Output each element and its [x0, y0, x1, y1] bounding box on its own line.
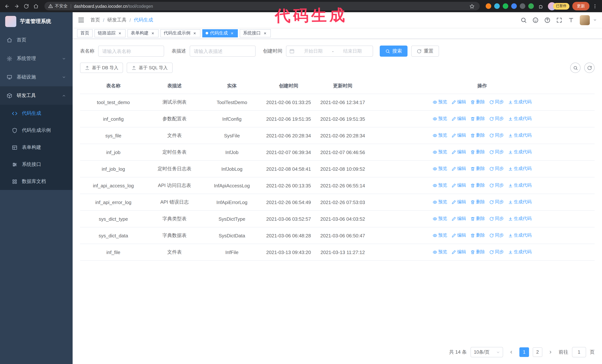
close-icon[interactable]: × — [230, 31, 235, 36]
create-time-range-picker[interactable]: 开始日期 - 结束日期 — [286, 46, 373, 57]
action-delete-link[interactable]: 删除 — [471, 199, 485, 205]
action-delete-link[interactable]: 删除 — [471, 99, 485, 105]
forward-icon[interactable] — [13, 2, 21, 10]
font-size-icon[interactable] — [568, 17, 574, 23]
tab-form-builder[interactable]: 表单构建× — [128, 29, 159, 37]
action-delete-link[interactable]: 删除 — [471, 216, 485, 222]
action-sync-link[interactable]: 同步 — [489, 166, 504, 172]
tab-home[interactable]: 首页 — [77, 29, 93, 37]
action-sync-link[interactable]: 同步 — [489, 182, 504, 189]
action-edit-link[interactable]: 编辑 — [452, 232, 466, 239]
action-preview-link[interactable]: 预览 — [433, 99, 447, 105]
action-delete-link[interactable]: 删除 — [471, 232, 485, 239]
chrome-update-button[interactable]: 更新 — [572, 2, 589, 10]
sidebar-item-db-doc[interactable]: 数据库文档 — [0, 173, 73, 190]
action-edit-link[interactable]: 编辑 — [452, 166, 466, 172]
action-preview-link[interactable]: 预览 — [433, 182, 447, 189]
user-avatar[interactable] — [580, 15, 590, 25]
page-1-button[interactable]: 1 — [519, 347, 529, 357]
tab-codegen[interactable]: 代码生成× — [202, 29, 238, 37]
action-edit-link[interactable]: 编辑 — [452, 116, 466, 122]
action-sync-link[interactable]: 同步 — [489, 232, 504, 239]
action-preview-link[interactable]: 预览 — [433, 249, 447, 255]
action-generate-link[interactable]: 生成代码 — [508, 216, 532, 222]
action-preview-link[interactable]: 预览 — [433, 132, 447, 139]
reset-button[interactable]: 重置 — [411, 46, 439, 57]
action-delete-link[interactable]: 删除 — [471, 116, 485, 122]
back-icon[interactable] — [3, 2, 11, 10]
breadcrumb-item[interactable]: 首页 — [90, 17, 100, 23]
action-edit-link[interactable]: 编辑 — [452, 182, 466, 189]
page-size-select[interactable]: 10条/页 — [471, 347, 503, 357]
action-generate-link[interactable]: 生成代码 — [508, 199, 532, 205]
action-sync-link[interactable]: 同步 — [489, 132, 504, 139]
sidebar-item-codegen-demo[interactable]: 代码生成示例 — [0, 122, 73, 139]
extension-icon[interactable] — [520, 3, 525, 9]
action-preview-link[interactable]: 预览 — [433, 149, 447, 155]
action-preview-link[interactable]: 预览 — [433, 166, 447, 172]
action-preview-link[interactable]: 预览 — [433, 216, 447, 222]
action-sync-link[interactable]: 同步 — [489, 116, 504, 122]
table-desc-input[interactable] — [190, 46, 256, 57]
help-icon[interactable] — [544, 17, 550, 23]
bookmark-icon[interactable] — [468, 2, 476, 10]
extension-icon[interactable] — [528, 3, 534, 9]
sidebar-item-form-builder[interactable]: 表单构建 — [0, 139, 73, 156]
collapse-sidebar-icon[interactable] — [78, 17, 85, 23]
action-edit-link[interactable]: 编辑 — [452, 132, 466, 139]
extension-icon[interactable] — [494, 3, 500, 9]
tab-tracing[interactable]: 链路追踪× — [95, 29, 126, 37]
action-generate-link[interactable]: 生成代码 — [508, 99, 532, 105]
sidebar-item-home[interactable]: 首页 — [0, 31, 73, 49]
import-sql-button[interactable]: 基于 SQL 导入 — [127, 62, 172, 73]
reload-icon[interactable] — [22, 2, 30, 10]
action-edit-link[interactable]: 编辑 — [452, 99, 466, 105]
action-generate-link[interactable]: 生成代码 — [508, 182, 532, 189]
close-icon[interactable]: × — [263, 31, 268, 36]
browser-menu-icon[interactable] — [591, 2, 599, 10]
action-edit-link[interactable]: 编辑 — [452, 149, 466, 155]
profile-button[interactable]: 已暂停 — [548, 2, 570, 10]
address-bar[interactable]: 不安全 dashboard.yudao.iocoder.cn/tool/code… — [44, 2, 480, 10]
action-delete-link[interactable]: 删除 — [471, 132, 485, 139]
sidebar-item-infrastructure[interactable]: 基础设施 — [0, 68, 73, 86]
table-name-input[interactable] — [98, 46, 164, 57]
fullscreen-icon[interactable] — [556, 17, 562, 23]
import-db-button[interactable]: 基于 DB 导入 — [80, 62, 123, 73]
action-preview-link[interactable]: 预览 — [433, 116, 447, 122]
action-sync-link[interactable]: 同步 — [489, 149, 504, 155]
page-2-button[interactable]: 2 — [533, 347, 542, 357]
action-generate-link[interactable]: 生成代码 — [508, 232, 532, 239]
extensions-puzzle-icon[interactable] — [537, 2, 545, 10]
action-delete-link[interactable]: 删除 — [471, 182, 485, 189]
action-sync-link[interactable]: 同步 — [489, 249, 504, 255]
close-icon[interactable]: × — [118, 31, 122, 36]
sidebar-item-system-mgmt[interactable]: 系统管理 — [0, 49, 73, 68]
action-delete-link[interactable]: 删除 — [471, 149, 485, 155]
action-edit-link[interactable]: 编辑 — [452, 199, 466, 205]
sidebar-item-codegen[interactable]: 代码生成 — [0, 105, 73, 122]
tab-system-api[interactable]: 系统接口× — [240, 29, 271, 37]
action-generate-link[interactable]: 生成代码 — [508, 249, 532, 255]
action-generate-link[interactable]: 生成代码 — [508, 166, 532, 172]
goto-page-input[interactable] — [572, 347, 586, 357]
action-generate-link[interactable]: 生成代码 — [508, 116, 532, 122]
user-menu-caret-icon[interactable] — [593, 18, 597, 22]
close-icon[interactable]: × — [192, 31, 197, 36]
browser-home-icon[interactable] — [32, 2, 40, 10]
refresh-table-icon[interactable] — [584, 62, 595, 73]
sidebar-item-dev-tools[interactable]: 研发工具 — [0, 86, 73, 105]
search-button[interactable]: 搜索 — [380, 46, 408, 57]
extension-icon[interactable] — [503, 3, 508, 9]
search-icon[interactable] — [520, 17, 527, 23]
action-preview-link[interactable]: 预览 — [433, 199, 447, 205]
next-page-icon[interactable] — [546, 348, 555, 357]
action-sync-link[interactable]: 同步 — [489, 199, 504, 205]
prev-page-icon[interactable] — [507, 348, 516, 357]
action-delete-link[interactable]: 删除 — [471, 166, 485, 172]
action-generate-link[interactable]: 生成代码 — [508, 132, 532, 139]
extension-icon[interactable] — [485, 3, 491, 9]
action-generate-link[interactable]: 生成代码 — [508, 149, 532, 155]
close-icon[interactable]: × — [150, 31, 155, 36]
sidebar-item-system-api[interactable]: 系统接口 — [0, 156, 73, 173]
